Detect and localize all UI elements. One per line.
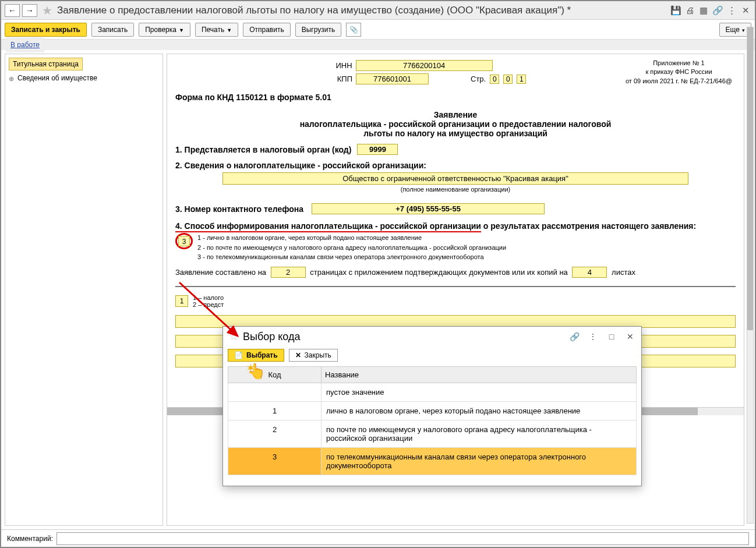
inform-method-options: 1 - лично в налоговом органе, через кото… — [197, 233, 506, 262]
org-name-field[interactable]: Общество с ограниченной ответственностью… — [222, 172, 688, 185]
knd-label: Форма по КНД 1150121 в формате 5.01 — [175, 93, 736, 102]
nav-back-button[interactable]: ← — [5, 4, 20, 17]
col-code[interactable]: Код — [228, 367, 322, 383]
comment-label: Комментарий: — [7, 535, 53, 543]
window-vscroll[interactable] — [747, 27, 754, 524]
appendix-note: Приложение № 1 к приказу ФНС России от 0… — [626, 59, 732, 86]
section-2-label: 2. Сведения о налогоплательщике - россий… — [175, 161, 736, 170]
attachments-count-field[interactable]: 4 — [572, 267, 607, 278]
nav-forward-button[interactable]: → — [22, 4, 37, 17]
signer-type-field[interactable]: 1 — [175, 295, 188, 307]
comment-input[interactable] — [56, 532, 749, 545]
page-digit-3: 1 — [517, 75, 526, 84]
pages-row: Заявление составлено на 2 страницах с пр… — [175, 267, 736, 278]
status-bar: В работе — [1, 40, 755, 50]
modal-title: Выбор кода — [243, 331, 561, 343]
link-icon[interactable]: 🔗 — [712, 5, 723, 16]
table-row[interactable]: пустое значение — [228, 383, 637, 402]
inform-method-highlight: 3 — [175, 233, 193, 249]
modal-close-icon[interactable]: ✕ — [625, 331, 635, 342]
save-icon[interactable]: 💾 — [670, 5, 681, 16]
print-icon[interactable]: 🖨 — [684, 5, 695, 16]
col-name[interactable]: Название — [322, 367, 637, 383]
app-window: ← → ★ Заявление о предоставлении налогов… — [0, 0, 756, 548]
heading-2: налогоплательщика - российской организац… — [175, 119, 736, 129]
page-digit-1: 0 — [490, 75, 499, 84]
inn-label: ИНН — [335, 61, 352, 70]
toolbar: Записать и закрыть Записать Проверка▼ Пе… — [1, 20, 755, 40]
save-button[interactable]: Записать — [91, 23, 134, 37]
table-row[interactable]: 2 по почте по имеющемуся у налогового ор… — [228, 420, 637, 448]
signer-options: 1 – налого 2 – предст — [193, 294, 224, 308]
inform-method-field[interactable]: 3 — [178, 236, 190, 246]
export-button[interactable]: Выгрузить — [295, 23, 342, 37]
sidebar-item-title-page[interactable]: Титульная страница — [9, 58, 83, 70]
x-icon: ✕ — [295, 351, 301, 359]
kpp-field[interactable]: 776601001 — [356, 73, 429, 84]
sidebar-item-label: Сведения об имуществе — [17, 74, 97, 82]
page-label: Стр. — [471, 75, 486, 83]
select-list-icon: 📄 — [234, 351, 243, 359]
heading-1: Заявление — [175, 110, 736, 119]
table-row[interactable]: 1 лично в налоговом органе, через которы… — [228, 402, 637, 420]
modal-more-icon[interactable]: ⋮ — [588, 331, 598, 342]
tax-authority-code[interactable]: 9999 — [357, 144, 398, 155]
inn-field[interactable]: 7766200104 — [356, 60, 493, 71]
section-1-label: 1. Представляется в налоговый орган (код… — [175, 145, 351, 154]
print-button[interactable]: Печать▼ — [195, 23, 238, 37]
check-button[interactable]: Проверка▼ — [139, 23, 190, 37]
heading-3: льготы по налогу на имущество организаци… — [175, 129, 736, 138]
comment-bar: Комментарий: — [1, 529, 755, 547]
modal-link-icon[interactable]: 🔗 — [569, 331, 580, 342]
section-3-label: 3. Номер контактного телефона — [175, 204, 303, 214]
modal-maximize-icon[interactable]: □ — [606, 331, 617, 342]
send-button[interactable]: Отправить — [243, 23, 291, 37]
titlebar: ← → ★ Заявление о предоставлении налогов… — [1, 1, 755, 20]
table-row-selected[interactable]: 3 по телекоммуникационным каналам связи … — [228, 448, 637, 475]
sidebar-item-property[interactable]: ⊕ Сведения об имуществе — [9, 74, 159, 83]
select-button[interactable]: 📄 Выбрать — [228, 349, 284, 362]
more-icon[interactable]: ⋮ — [726, 5, 737, 16]
close-icon[interactable]: ✕ — [740, 5, 751, 16]
kpp-label: КПП — [337, 75, 352, 83]
modal-star-icon[interactable]: ☆ — [229, 330, 238, 343]
favorite-star-icon[interactable]: ★ — [42, 3, 52, 17]
attach-icon[interactable]: 📎 — [346, 23, 361, 37]
sidebar: Титульная страница ⊕ Сведения об имущест… — [5, 54, 163, 526]
page-digit-2: 0 — [503, 75, 513, 84]
pages-count-field[interactable]: 2 — [271, 267, 306, 278]
phone-field[interactable]: +7 (495) 555-55-55 — [312, 203, 545, 214]
section-4-label: 4. Способ информирования налогоплательщи… — [175, 221, 736, 231]
code-select-dialog: ☆ Выбор кода 🔗 ⋮ □ ✕ 📄 Выбрать ✕ Закрыть… — [222, 326, 642, 486]
code-table: Код Название пустое значение 1 лично в н… — [228, 366, 637, 475]
window-title: Заявление о предоставлении налоговой льг… — [57, 5, 667, 16]
save-and-close-button[interactable]: Записать и закрыть — [5, 23, 87, 37]
report-icon[interactable]: ▦ — [698, 5, 709, 16]
close-button[interactable]: ✕ Закрыть — [289, 349, 338, 362]
org-name-hint: (полное наименование организации) — [175, 186, 736, 193]
expand-icon[interactable]: ⊕ — [9, 75, 14, 83]
